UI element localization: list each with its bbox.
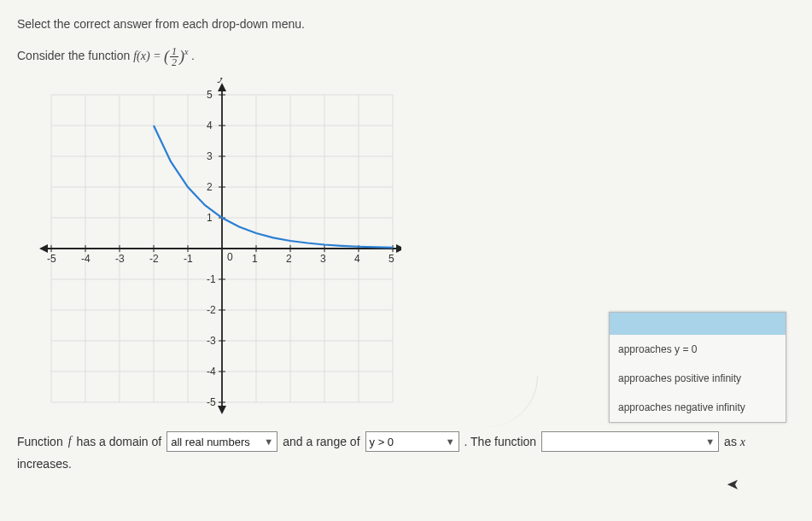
- svg-marker-25: [39, 244, 48, 253]
- svg-text:3: 3: [207, 150, 213, 162]
- sentence-x: x: [740, 436, 745, 448]
- svg-text:-3: -3: [115, 253, 125, 265]
- chevron-down-icon: ▼: [264, 436, 273, 447]
- consider-prefix: Consider the function: [17, 49, 133, 62]
- exponent: x: [184, 47, 188, 56]
- dropdown-option-approaches-zero[interactable]: approaches y = 0: [610, 335, 786, 364]
- domain-dropdown-value: all real numbers: [171, 436, 250, 448]
- svg-text:4: 4: [354, 253, 360, 265]
- svg-text:-2: -2: [207, 304, 216, 316]
- chevron-down-icon: ▼: [446, 436, 455, 447]
- range-dropdown-value: y > 0: [370, 436, 394, 448]
- answer-sentence: Function f has a domain of all real numb…: [17, 431, 803, 452]
- dropdown-option-blank[interactable]: [610, 313, 786, 335]
- instruction-text: Select the correct answer from each drop…: [17, 17, 795, 31]
- svg-text:2: 2: [207, 181, 213, 193]
- svg-marker-24: [396, 244, 401, 253]
- svg-text:5: 5: [388, 253, 394, 265]
- cursor-icon: ➤: [727, 475, 739, 494]
- left-paren: (: [164, 48, 169, 65]
- lhs: f(x) =: [133, 50, 164, 62]
- svg-text:5: 5: [207, 89, 213, 101]
- svg-text:2: 2: [286, 253, 292, 265]
- function-expression: f(x) = (12)x: [133, 50, 191, 62]
- sentence-part5: as: [724, 435, 740, 448]
- svg-marker-26: [218, 83, 226, 91]
- svg-text:3: 3: [320, 253, 326, 265]
- consider-text: Consider the function f(x) = (12)x .: [17, 46, 795, 67]
- chart-svg: -5-4-3-2-1012345-5-4-3-2-112345yx: [26, 78, 401, 419]
- svg-text:-4: -4: [81, 253, 91, 265]
- svg-text:0: 0: [227, 251, 233, 263]
- sentence-part1: Function: [17, 435, 63, 448]
- behavior-dropdown[interactable]: ▼: [541, 431, 719, 452]
- svg-text:-2: -2: [149, 253, 159, 265]
- svg-text:-5: -5: [47, 253, 56, 265]
- svg-text:y: y: [217, 78, 225, 83]
- svg-text:-1: -1: [207, 273, 216, 285]
- svg-text:-5: -5: [207, 396, 216, 408]
- svg-text:1: 1: [252, 253, 258, 265]
- range-dropdown[interactable]: y > 0 ▼: [365, 431, 459, 452]
- dropdown-option-negative-infinity[interactable]: approaches negative infinity: [610, 393, 786, 422]
- period: .: [191, 49, 195, 62]
- dropdown-option-positive-infinity[interactable]: approaches positive infinity: [610, 364, 786, 393]
- graph: -5-4-3-2-1012345-5-4-3-2-112345yx: [26, 78, 401, 419]
- sentence-part6: increases.: [17, 457, 795, 471]
- domain-dropdown[interactable]: all real numbers ▼: [166, 431, 277, 452]
- svg-text:-4: -4: [207, 366, 216, 378]
- chevron-down-icon: ▼: [705, 436, 715, 447]
- sentence-part4: . The function: [464, 435, 537, 448]
- svg-text:4: 4: [207, 120, 213, 132]
- svg-marker-27: [218, 406, 226, 414]
- decorative-curve: [435, 376, 538, 427]
- fraction-denominator: 2: [170, 57, 178, 67]
- svg-text:-1: -1: [184, 253, 193, 265]
- sentence-part2: has a domain of: [77, 435, 162, 448]
- sentence-part3: and a range of: [283, 435, 359, 448]
- svg-text:-3: -3: [207, 335, 216, 347]
- behavior-dropdown-panel: approaches y = 0 approaches positive inf…: [609, 312, 786, 423]
- sentence-f: f: [68, 435, 72, 448]
- fraction: 12: [170, 46, 178, 67]
- svg-text:1: 1: [207, 212, 213, 224]
